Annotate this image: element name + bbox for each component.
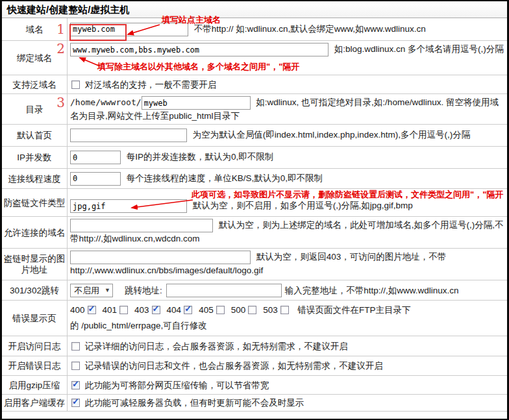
allowed-domains-input[interactable]	[70, 219, 213, 232]
field-label-default-index: 默认首页	[2, 125, 68, 146]
step-number-3: 3	[56, 97, 65, 108]
row-domain: 域名 1 不带http:// 如:wdlinux.cn,默认会绑定www,如ww…	[2, 18, 507, 41]
access-log-hint: 记录详细的访问日志，会占服务器资源，如无特别需求，不建议开启	[85, 341, 348, 351]
error-code-checkbox-403[interactable]	[152, 306, 160, 314]
thread-speed-input[interactable]	[70, 172, 121, 186]
bind-domains-input[interactable]	[70, 43, 329, 56]
error-code-checkbox-400[interactable]	[88, 306, 96, 314]
error-code-label-500: 500	[231, 305, 246, 315]
step-number-2: 2	[56, 43, 65, 55]
field-label-leech-image: 盗链时显示的图片地址	[2, 249, 68, 280]
error-code-checkbox-405[interactable]	[216, 306, 225, 314]
error-code-label-503: 503	[263, 305, 278, 315]
error-code-checkbox-503[interactable]	[280, 306, 289, 314]
error-page-hint-line1: 错误页面文件在FTP主目录下	[297, 305, 410, 315]
row-ip-concurrency: IP并发数 每IP的并发连接数，默认为0,即不限制	[2, 147, 507, 169]
antileech-types-input[interactable]	[70, 199, 187, 213]
chevron-down-icon: ▼	[105, 284, 110, 297]
directory-prefix: /home/wwwroot/	[70, 97, 142, 107]
antileech-hint: 默认为空，则不启用，如多个用逗号(,)分隔,如jpg,gif,bmp	[193, 201, 413, 210]
row-redirect: 301/302跳转 不启用 ▼ 跳转地址: 输入完整地址，不带http://,如…	[2, 280, 507, 301]
wildcard-hint: 对泛域名的支持，一般不需要开启	[85, 80, 217, 90]
default-index-input[interactable]	[70, 129, 187, 142]
error-code-checkbox-404[interactable]	[184, 306, 192, 314]
bind-domains-annotation: 填写除主域名以外其他域名，多个域名之间用"，"隔开	[97, 62, 299, 71]
ip-concurrency-input[interactable]	[70, 151, 121, 164]
row-directory: 目录 3 /home/wwwroot/ 如:wdlinux, 也可指定绝对目录,…	[2, 94, 507, 125]
row-gzip: 启用gzip压缩 此功能为可将部分网页压缩传输，可以节省带宽	[2, 376, 507, 395]
error-code-label-400: 400	[70, 305, 85, 315]
error-log-checkbox[interactable]	[71, 362, 80, 370]
domain-annotation: 填写站点主域名	[162, 15, 221, 25]
create-site-form: 快速建站/创建整站/虚拟主机 域名 1 不带http:// 如:wdlinux.…	[0, 0, 509, 420]
row-thread-speed: 连接线程速度 每个连接线程的速度，单位KB/S,默认为0,即不限制	[2, 169, 507, 189]
domain-hint: 不带http:// 如:wdlinux.cn,默认会绑定www,如www.wdl…	[194, 24, 426, 34]
field-label-client-cache: 启用客户端缓存	[2, 395, 68, 411]
directory-input[interactable]	[142, 96, 251, 110]
wildcard-checkbox[interactable]	[71, 80, 80, 89]
error-page-hint-line2: 的 /public_html/errpage,可自行修改	[70, 321, 207, 330]
redirect-select-value: 不启用	[74, 284, 99, 297]
field-label-access-log: 开启访问日志	[2, 336, 68, 356]
field-label-ip-concurrency: IP并发数	[2, 147, 68, 168]
error-code-checkbox-401[interactable]	[119, 306, 128, 314]
field-label-gzip: 启用gzip压缩	[2, 376, 68, 394]
error-codes: 400401403404405500503	[70, 305, 295, 315]
row-wildcard: 支持泛域名 对泛域名的支持，一般不需要开启	[2, 75, 507, 94]
error-log-hint: 记录错误的访问日志和文件，也会占服务器资源，如无特别需求，不建议开启	[85, 361, 383, 371]
row-access-log: 开启访问日志 记录详细的访问日志，会占服务器资源，如无特别需求，不建议开启	[2, 336, 507, 356]
step-number-1: 1	[56, 24, 65, 35]
bind-domains-hint: 如:blog.wdlinux.cn 多个域名请用逗号(,)分隔	[334, 44, 504, 54]
jump-address-label: 跳转地址:	[125, 284, 162, 297]
row-leech-image: 盗链时显示的图片地址 默认为空，则返回403，可访问的图片地址，不带http:/…	[2, 249, 507, 280]
field-label-directory: 目录 3	[2, 94, 68, 124]
row-error-log: 开启错误日志 记录错误的访问日志和文件，也会占服务器资源，如无特别需求，不建议开…	[2, 356, 507, 376]
error-code-checkbox-500[interactable]	[248, 306, 256, 314]
error-code-label-405: 405	[199, 305, 214, 315]
row-allowed-domains: 允许连接的域名 默认为空，则为上述绑定的域名，此处可增加域名,如多个用逗号(,)…	[2, 217, 507, 249]
row-error-page: 错误显示页 400401403404405500503 错误页面文件在FTP主目…	[2, 301, 507, 336]
row-default-index: 默认首页 为空为默认全局值(即index.html,index.php,inde…	[2, 125, 507, 147]
redirect-select[interactable]: 不启用 ▼	[70, 284, 113, 297]
field-label-domain: 域名 1	[2, 18, 68, 40]
error-code-label-403: 403	[134, 305, 149, 315]
jump-address-input[interactable]	[166, 284, 282, 297]
redirect-hint: 输入完整地址，不带http://,如www.wdlinux.cn	[285, 284, 459, 297]
row-client-cache: 启用客户端缓存 此功能可减轻服务器负载，但有时更新可能不会及时显示	[2, 395, 507, 412]
client-cache-checkbox[interactable]	[71, 399, 80, 407]
leech-image-input[interactable]	[70, 251, 251, 264]
thread-speed-hint: 每个连接线程的速度，单位KB/S,默认为0,即不限制	[127, 173, 323, 183]
antileech-annotation: 此项可选，如导致图片不显示请，删除防盗链设置后测试，文件类型之间用"，"隔开	[192, 190, 504, 199]
error-code-label-401: 401	[103, 305, 118, 315]
field-label-antileech-types: 防盗链文件类型	[2, 189, 68, 216]
field-label-allowed-domains: 允许连接的域名	[2, 217, 68, 248]
client-cache-hint: 此功能可减轻服务器负载，但有时更新可能不会及时显示	[85, 398, 304, 408]
field-label-redirect: 301/302跳转	[2, 280, 68, 300]
default-index-hint: 为空为默认全局值(即index.html,index.php,index.htm…	[193, 130, 471, 140]
ip-concurrency-hint: 每IP的并发连接数，默认为0,即不限制	[127, 152, 274, 162]
page-title: 快速建站/创建整站/虚拟主机	[2, 1, 507, 18]
row-antileech-types: 防盗链文件类型 此项可选，如导致图片不显示请，删除防盗链设置后测试，文件类型之间…	[2, 189, 507, 217]
access-log-checkbox[interactable]	[71, 342, 80, 351]
field-label-thread-speed: 连接线程速度	[2, 169, 68, 188]
field-label-wildcard: 支持泛域名	[2, 75, 68, 93]
field-label-error-log: 开启错误日志	[2, 356, 68, 375]
field-label-bind-domains: 绑定域名 2	[2, 41, 68, 75]
gzip-checkbox[interactable]	[71, 381, 80, 389]
gzip-hint: 此功能为可将部分网页压缩传输，可以节省带宽	[85, 380, 269, 390]
field-label-error-page: 错误显示页	[2, 301, 68, 336]
error-code-label-404: 404	[167, 305, 182, 315]
